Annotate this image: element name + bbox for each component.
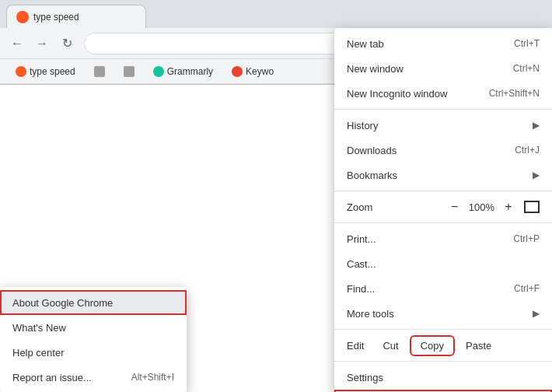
bookmark-favicon-empty2 (124, 66, 135, 77)
separator-3 (334, 222, 552, 223)
forward-button[interactable]: → (31, 33, 53, 54)
bookmark-favicon-1 (16, 66, 26, 77)
submenu-report-issue[interactable]: Report an issue... Alt+Shift+I (0, 365, 187, 390)
bookmark-favicon-empty (94, 66, 105, 77)
report-issue-shortcut: Alt+Shift+I (131, 372, 174, 383)
separator-5 (334, 361, 552, 362)
new-window-label: New window (347, 63, 404, 75)
separator-1 (334, 109, 552, 110)
whats-new-label: What's New (12, 322, 66, 334)
help-center-label: Help center (12, 347, 64, 359)
menu-settings[interactable]: Settings (334, 365, 552, 390)
bookmark-empty-1[interactable] (88, 64, 111, 79)
zoom-minus-button[interactable]: − (445, 198, 464, 216)
print-label: Print... (347, 233, 376, 245)
menu-history[interactable]: History ▶ (334, 113, 552, 138)
about-chrome-label: About Google Chrome (12, 297, 113, 309)
bookmark-label-keyword: Keywo (246, 66, 274, 77)
zoom-label: Zoom (347, 201, 445, 213)
bookmark-type-speed[interactable]: type speed (9, 64, 82, 79)
print-shortcut: Ctrl+P (513, 233, 540, 244)
keyword-favicon (232, 66, 243, 77)
menu-new-window[interactable]: New window Ctrl+N (334, 56, 552, 81)
separator-2 (334, 191, 552, 191)
submenu-whats-new[interactable]: What's New (0, 315, 187, 340)
new-incognito-shortcut: Ctrl+Shift+N (489, 88, 540, 99)
bookmark-label-grammarly: Grammarly (167, 66, 213, 77)
back-button[interactable]: ← (6, 33, 28, 54)
tab-title: type speed (33, 12, 79, 23)
new-tab-shortcut: Ctrl+T (514, 38, 540, 49)
new-incognito-label: New Incognito window (347, 88, 447, 100)
cut-button[interactable]: Cut (373, 337, 407, 355)
submenu-about-chrome[interactable]: About Google Chrome (0, 290, 187, 315)
submenu-help-center[interactable]: Help center (0, 340, 187, 365)
zoom-row: Zoom − 100% + (334, 194, 552, 219)
more-tools-arrow: ▶ (533, 308, 540, 319)
menu-new-incognito[interactable]: New Incognito window Ctrl+Shift+N (334, 81, 552, 106)
fullscreen-button[interactable] (524, 201, 540, 213)
bookmarks-arrow: ▶ (533, 170, 540, 180)
menu-downloads[interactable]: Downloads Ctrl+J (334, 138, 552, 163)
edit-row: Edit Cut Copy Paste (334, 333, 552, 358)
menu-bookmarks[interactable]: Bookmarks ▶ (334, 163, 552, 187)
bookmark-empty-2[interactable] (117, 64, 141, 79)
find-shortcut: Ctrl+F (514, 283, 540, 294)
new-tab-label: New tab (347, 38, 384, 50)
tab-bar: type speed (0, 0, 552, 28)
report-issue-label: Report an issue... (12, 372, 92, 383)
copy-button[interactable]: Copy (411, 337, 453, 355)
edit-label: Edit (341, 340, 370, 352)
cast-label: Cast... (347, 258, 376, 270)
bookmark-grammarly[interactable]: Grammarly (147, 64, 219, 79)
more-tools-label: More tools (347, 308, 394, 320)
address-bar[interactable] (84, 33, 369, 54)
bookmark-keyword[interactable]: Keywo (225, 64, 280, 79)
bookmark-label-1: type speed (30, 66, 75, 77)
settings-label: Settings (347, 372, 383, 383)
menu-more-tools[interactable]: More tools ▶ (334, 301, 552, 326)
refresh-button[interactable]: ↻ (56, 33, 78, 54)
menu-find[interactable]: Find... Ctrl+F (334, 276, 552, 301)
menu-new-tab[interactable]: New tab Ctrl+T (334, 31, 552, 56)
downloads-shortcut: Ctrl+J (515, 145, 540, 156)
history-label: History (347, 120, 378, 131)
separator-4 (334, 329, 552, 330)
grammarly-favicon (153, 66, 164, 77)
paste-button[interactable]: Paste (456, 337, 501, 355)
help-submenu: About Google Chrome What's New Help cent… (0, 287, 187, 392)
zoom-value: 100% (466, 201, 498, 213)
new-window-shortcut: Ctrl+N (513, 63, 540, 74)
downloads-label: Downloads (347, 145, 397, 156)
zoom-plus-button[interactable]: + (499, 198, 518, 216)
zoom-controls: − 100% + (445, 198, 518, 216)
menu-cast[interactable]: Cast... (334, 251, 552, 276)
find-label: Find... (347, 283, 375, 295)
history-arrow: ▶ (533, 120, 540, 131)
active-tab[interactable]: type speed (6, 5, 146, 28)
bookmarks-label: Bookmarks (347, 170, 397, 181)
menu-print[interactable]: Print... Ctrl+P (334, 226, 552, 251)
chrome-dropdown-menu: New tab Ctrl+T New window Ctrl+N New Inc… (334, 28, 552, 392)
tab-favicon (16, 11, 29, 23)
